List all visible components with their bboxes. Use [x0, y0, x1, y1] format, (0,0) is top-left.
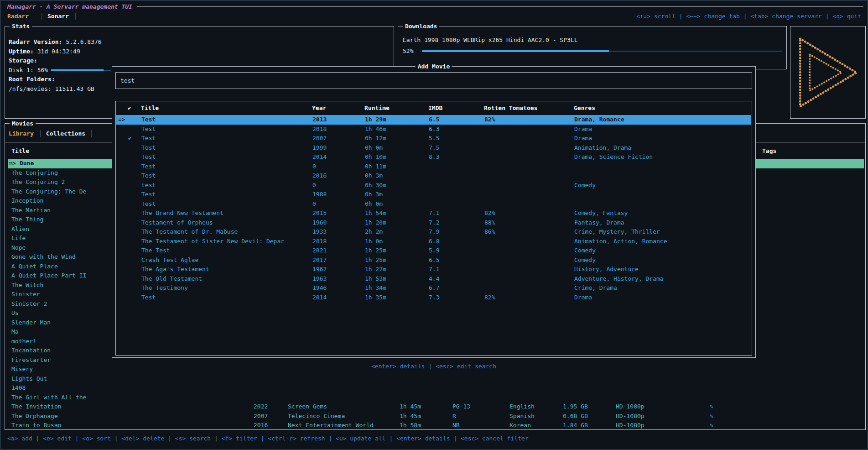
result-year: 2014 — [312, 293, 327, 303]
movie-title: Inception — [11, 197, 43, 204]
movie-studio: Telecinco Cinema — [288, 412, 345, 421]
stats-panel-title: Stats — [10, 22, 32, 31]
add-movie-result-row[interactable]: The Testament of Dr. Mabuse19332h 2m7.98… — [116, 227, 751, 237]
movie-certification: R — [452, 412, 456, 421]
version-value: 5.2.6.8376 — [66, 38, 101, 45]
movie-size: 1.95 GB — [563, 402, 588, 412]
movie-title: Nope — [11, 244, 26, 251]
add-movie-title: Add Movie — [416, 62, 452, 71]
result-runtime: 0h 0m — [365, 143, 383, 153]
add-movie-result-row[interactable]: The Brand New Testament20151h 54m7.182%C… — [116, 209, 751, 218]
version-label: Radarr Version: — [9, 38, 62, 45]
add-movie-result-row[interactable]: Test19990h 0m7.5Animation, Drama — [116, 143, 751, 153]
result-title: The Old Testament — [141, 274, 202, 284]
add-movie-result-row[interactable]: Testament of Orpheus19601h 20m7.288%Fant… — [116, 218, 751, 228]
add-movie-result-row[interactable]: test00h 30mComedy — [116, 181, 751, 190]
tab-separator: │ — [40, 12, 44, 21]
column-header-title: Title — [11, 147, 29, 156]
result-title: test — [141, 181, 156, 190]
result-title: Test — [141, 199, 156, 209]
checkmark-icon: ✔ — [128, 134, 132, 143]
library-movie-row[interactable]: The Invitation2022Screen Gems1h 45mPG-13… — [8, 402, 864, 412]
tab-radarr[interactable]: Radarr — [7, 12, 29, 21]
result-runtime: 0h 12m — [365, 134, 386, 143]
result-runtime: 1h 20m — [365, 218, 386, 228]
movie-language: English — [509, 402, 535, 412]
stats-storage-line: Storage: — [9, 56, 41, 66]
stats-disk-line: Disk 1: 56% — [9, 66, 48, 75]
result-title: The Brand New Testament — [141, 209, 223, 218]
add-movie-result-row[interactable]: Crash Test Aglae20171h 25m6.5Comedy — [116, 256, 751, 265]
add-movie-result-row[interactable]: Test20181h 46m6.3Drama — [116, 125, 751, 134]
movie-title: The Invitation — [11, 403, 62, 410]
add-movie-result-row[interactable]: The Aga's Testament19671h 27m7.1History,… — [116, 265, 751, 274]
add-movie-result-row[interactable]: Test20141h 35m7.382%Drama — [116, 293, 751, 303]
disk-gauge-fill — [51, 69, 104, 71]
movie-year: 2016 — [254, 421, 268, 430]
movie-title: A Quiet Place — [11, 263, 58, 270]
download-gauge-fill — [422, 50, 609, 52]
movie-title: Firestarter — [11, 356, 51, 363]
movie-runtime: 1h 45m — [400, 412, 421, 421]
result-year: 0 — [312, 181, 316, 190]
pencil-icon: ✎ — [710, 402, 713, 412]
result-genres: Comedy, Fantasy — [574, 209, 628, 218]
search-input[interactable]: test — [115, 72, 752, 89]
tab-separator: │ — [39, 129, 42, 138]
movie-language: Spanish — [509, 412, 535, 421]
add-movie-result-row[interactable]: Test00h 11m — [116, 162, 751, 172]
result-genres: Animation, Action, Romance — [574, 237, 667, 246]
library-movie-row[interactable]: The Orphanage2007Telecinco Cinema1h 45mR… — [8, 412, 864, 421]
result-genres: Crime, Drama — [574, 283, 617, 293]
result-imdb: 7.2 — [429, 218, 439, 228]
result-imdb: 6.7 — [429, 283, 439, 293]
result-runtime: 1h 46m — [365, 125, 386, 134]
movie-language: Korean — [509, 421, 531, 430]
movie-title: 1408 — [11, 384, 26, 391]
movie-title: The Conjuring 2 — [11, 178, 65, 185]
tab-collections[interactable]: Collections — [46, 129, 85, 138]
result-genres: Drama — [574, 134, 592, 143]
add-movie-result-row[interactable]: The Old Testament19631h 53m4.4Adventure,… — [116, 274, 751, 284]
add-movie-result-row[interactable]: Test20140h 10m8.3Drama, Science Fiction — [116, 152, 751, 162]
movie-runtime: 1h 45m — [400, 402, 421, 412]
movie-size: 0.68 GB — [563, 412, 588, 421]
add-movie-result-row[interactable]: The Testimony19461h 34m6.7Crime, Drama — [116, 283, 751, 293]
header-title: Title — [141, 104, 159, 113]
add-movie-result-row[interactable]: The Test20211h 25m5.9Comedy — [116, 246, 751, 256]
library-movie-row[interactable]: Train to Busan2016Next Entertainment Wor… — [8, 421, 864, 430]
pencil-icon: ✎ — [710, 412, 713, 421]
logo-panel — [790, 26, 866, 119]
disk-usage-gauge — [51, 66, 111, 75]
add-movie-result-row[interactable]: The Testament of Sister New Devil: Depar… — [116, 237, 751, 246]
result-title: Test — [141, 134, 156, 143]
result-imdb: 7.9 — [429, 227, 439, 237]
result-runtime: 0h 0m — [365, 199, 383, 209]
add-movie-result-row[interactable]: =>Test20131h 29m6.582%Drama, Romance — [116, 115, 751, 125]
add-movie-result-row[interactable]: ✔Test20070h 12m5.5Drama — [116, 134, 751, 143]
result-genres: Fantasy, Drama — [574, 218, 624, 228]
downloads-panel-title: Downloads — [403, 22, 439, 31]
movie-year: 2007 — [254, 412, 268, 421]
result-runtime: 2h 2m — [365, 227, 383, 237]
result-year: 1946 — [312, 283, 327, 293]
result-imdb: 6.8 — [429, 237, 439, 246]
movie-title: The Martian — [11, 207, 51, 214]
disk-label: Disk 1: — [9, 67, 34, 73]
pencil-icon: ✎ — [710, 421, 713, 430]
tab-sonarr[interactable]: Sonarr — [47, 12, 69, 21]
result-runtime: 1h 54m — [365, 209, 386, 218]
result-imdb: 7.5 — [429, 143, 439, 153]
result-runtime: 1h 53m — [365, 274, 386, 284]
add-movie-result-row[interactable]: Test19880h 3m — [116, 190, 751, 199]
stats-version-line: Radarr Version:5.2.6.8376 — [9, 37, 102, 47]
result-title: Test — [141, 143, 156, 153]
movie-quality: HD-1080p — [616, 412, 645, 421]
add-movie-result-row[interactable]: Test00h 0m — [116, 199, 751, 209]
add-movie-result-row[interactable]: Test20160h 3m — [116, 171, 751, 181]
movie-size: 1.84 GB — [563, 421, 588, 430]
result-runtime: 0h 11m — [365, 162, 386, 172]
tab-library[interactable]: Library — [9, 129, 34, 138]
root-folders-label: Root Folders: — [9, 76, 55, 83]
stats-rootfolders-line: Root Folders: — [9, 75, 59, 84]
